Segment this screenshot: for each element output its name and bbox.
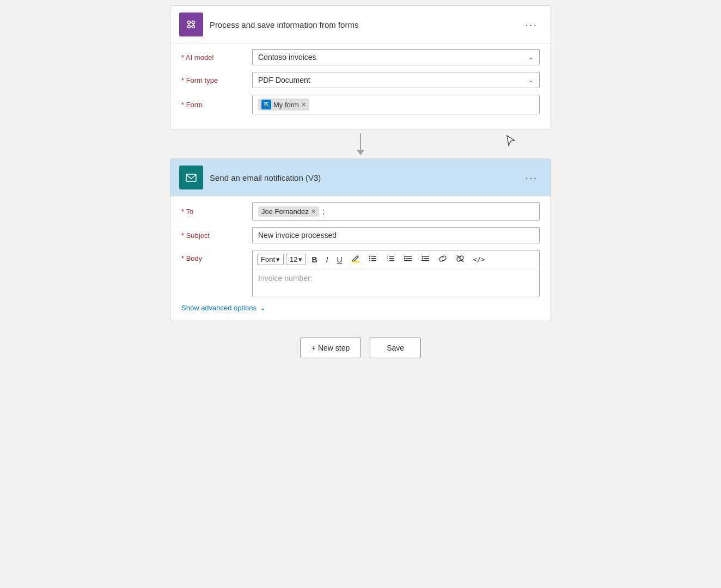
to-tag: Joe Fernandez ✕ [258,206,319,217]
form-type-chevron: ⌄ [528,76,534,84]
connector-arrowhead [357,150,364,155]
bold-button[interactable]: B [308,254,320,266]
font-label: Font [261,255,275,264]
card2-icon [179,166,203,189]
svg-point-0 [188,21,191,24]
body-content[interactable]: Invoice number: [253,270,539,297]
show-advanced-label: Show advanced options [181,304,256,312]
underline-button[interactable]: U [334,254,346,266]
email-icon [185,171,198,184]
form-tag: My form ✕ [258,99,309,111]
svg-text:3.: 3. [387,259,388,262]
font-size-value: 12 [290,255,297,264]
card1-title: Process and save information from forms [210,20,358,29]
card1-header-left: Process and save information from forms [179,13,358,36]
card-email: Send an email notification (V3) ··· To J… [170,158,551,321]
svg-point-10 [369,256,370,257]
unlink-icon [456,254,465,263]
svg-point-3 [192,26,195,28]
indent-decrease-button[interactable] [400,253,416,267]
font-select[interactable]: Font ▾ [257,254,284,265]
form-type-row: Form type PDF Document ⌄ [181,72,540,88]
svg-rect-17 [389,256,394,257]
svg-point-2 [188,26,191,28]
svg-rect-8 [186,174,196,181]
form-tag-input[interactable]: My form ✕ [252,95,540,114]
svg-point-12 [369,258,370,259]
form-tag-icon [261,100,271,109]
unordered-list-button[interactable] [365,253,381,267]
svg-rect-11 [371,256,376,257]
svg-rect-9 [352,261,359,262]
code-view-button[interactable]: </> [470,254,488,265]
svg-rect-21 [389,260,394,261]
link-button[interactable] [435,253,450,267]
card1-body: AI model Contoso invoices ⌄ Form type PD… [170,43,551,130]
body-row: Body Font ▾ 12 ▾ B [181,250,540,297]
editor-toolbar: Font ▾ 12 ▾ B I U [253,250,539,270]
new-step-button[interactable]: + New step [300,338,361,358]
indent-increase-button[interactable] [418,253,433,267]
to-row: To Joe Fernandez ✕ ; [181,202,540,220]
svg-rect-15 [371,260,376,261]
form-type-value: PDF Document [258,76,310,84]
font-size-chevron: ▾ [298,255,302,264]
to-tag-input[interactable]: Joe Fernandez ✕ ; [252,202,540,220]
form-label: Form [181,101,252,109]
card1-ellipsis[interactable]: ··· [521,16,542,33]
connector-arrow [357,130,364,158]
form-row: Form My form ✕ [181,95,540,114]
svg-point-14 [369,260,370,261]
form-tag-close[interactable]: ✕ [301,101,306,108]
ai-model-label: AI model [181,53,252,62]
card1-icon [179,13,203,36]
connector-line [360,133,361,150]
card2-header-left: Send an email notification (V3) [179,166,321,189]
svg-rect-24 [404,260,412,261]
card-process-forms: Process and save information from forms … [170,5,551,130]
card2-title: Send an email notification (V3) [210,173,321,182]
to-tag-close[interactable]: ✕ [311,208,316,215]
form-type-select[interactable]: PDF Document ⌄ [252,72,540,88]
ai-model-row: AI model Contoso invoices ⌄ [181,49,540,65]
unlink-button[interactable] [453,253,468,267]
font-size-select[interactable]: 12 ▾ [286,254,306,265]
to-semicolon: ; [322,207,325,216]
ul-icon [369,254,377,263]
ordered-list-button[interactable]: 1. 2. 3. [383,253,398,267]
svg-rect-13 [371,258,376,259]
indent-increase-icon [421,254,430,263]
form-tag-svg [263,101,270,108]
ai-model-select[interactable]: Contoso invoices ⌄ [252,49,540,65]
highlight-button[interactable] [348,253,363,267]
card2-header: Send an email notification (V3) ··· [170,159,551,196]
highlight-icon [351,254,360,263]
svg-rect-23 [406,258,412,259]
svg-rect-26 [424,258,429,259]
font-chevron: ▾ [276,255,280,264]
ai-model-chevron: ⌄ [528,53,534,61]
subject-row: Subject New invoice processed [181,227,540,243]
svg-rect-19 [389,258,394,259]
link-icon [438,254,447,263]
forms-icon [185,18,198,31]
card2-ellipsis[interactable]: ··· [521,169,542,186]
show-advanced-options[interactable]: Show advanced options ⌄ [181,304,540,312]
svg-rect-27 [421,260,429,261]
to-label: To [181,207,252,216]
svg-rect-22 [404,256,412,257]
subject-input[interactable]: New invoice processed [252,227,540,243]
ai-model-value: Contoso invoices [258,53,316,62]
body-editor[interactable]: Font ▾ 12 ▾ B I U [252,250,540,297]
save-button[interactable]: Save [370,338,421,358]
svg-rect-25 [421,256,429,257]
action-buttons: + New step Save [300,338,421,358]
subject-label: Subject [181,231,252,240]
form-tag-text: My form [273,101,299,109]
card1-header: Process and save information from forms … [170,6,551,43]
to-tag-text: Joe Fernandez [261,207,309,216]
form-type-label: Form type [181,76,252,84]
italic-button[interactable]: I [323,254,332,266]
body-label: Body [181,250,252,262]
indent-decrease-icon [404,254,412,263]
